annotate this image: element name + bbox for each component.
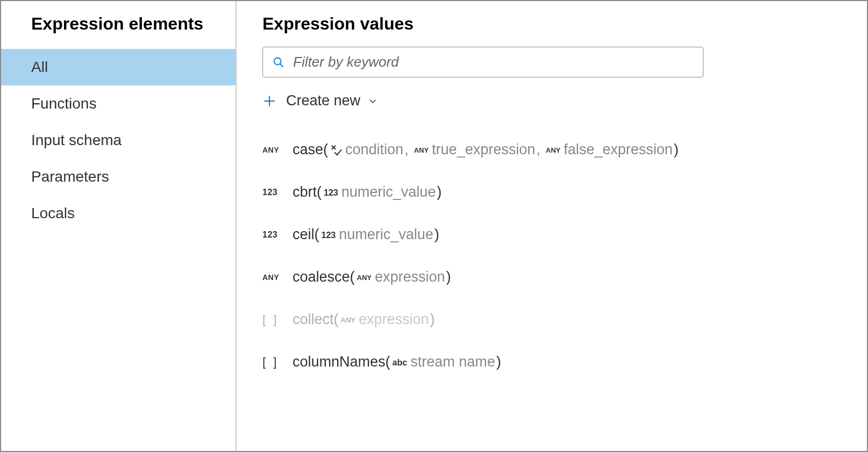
function-row-case[interactable]: ANYcase( condition,ANY true_expression,A… (262, 141, 841, 158)
sidebar-item-parameters[interactable]: Parameters (1, 159, 236, 195)
return-type: 123 (262, 188, 293, 197)
create-new-button[interactable]: Create new (262, 92, 841, 109)
type-boolean-icon (330, 144, 342, 156)
return-type: [ ] (262, 313, 293, 327)
function-name: columnNames (293, 354, 386, 370)
search-box[interactable] (262, 47, 703, 77)
plus-icon (262, 94, 276, 108)
type-array-icon: [ ] (262, 355, 279, 369)
return-type: ANY (262, 146, 293, 154)
function-list: ANYcase( condition,ANY true_expression,A… (262, 141, 841, 370)
function-signature: cbrt(123 numeric_value) (293, 184, 442, 200)
function-row-cbrt[interactable]: 123cbrt(123 numeric_value) (262, 184, 841, 200)
function-row-coalesce[interactable]: ANYcoalesce(ANY expression) (262, 269, 841, 285)
function-name: coalesce (293, 269, 350, 285)
svg-line-1 (280, 63, 283, 67)
return-type: [ ] (262, 355, 293, 369)
function-row-columnNames[interactable]: [ ]columnNames(abc stream name) (262, 354, 841, 370)
function-signature: coalesce(ANY expression) (293, 269, 451, 285)
sidebar: Expression elements AllFunctionsInput sc… (1, 1, 237, 451)
param-name: expression (359, 311, 429, 328)
sidebar-item-all[interactable]: All (1, 49, 236, 85)
create-new-label: Create new (286, 92, 360, 109)
svg-point-0 (274, 58, 281, 64)
type-number-icon: 123 (322, 231, 336, 240)
param-name: numeric_value (339, 226, 433, 243)
function-signature: case( condition,ANY true_expression,ANY … (293, 141, 679, 158)
type-any-icon: ANY (262, 146, 279, 154)
chevron-down-icon (368, 96, 378, 106)
sidebar-item-locals[interactable]: Locals (1, 195, 236, 232)
function-signature: columnNames(abc stream name) (293, 354, 501, 370)
sidebar-item-functions[interactable]: Functions (1, 85, 236, 122)
return-type: 123 (262, 230, 293, 240)
function-signature: ceil(123 numeric_value) (293, 226, 439, 243)
param-name: false_expression (564, 141, 673, 158)
function-name: case (293, 141, 323, 158)
function-name: collect (293, 311, 334, 328)
type-string-icon: abc (393, 358, 408, 368)
search-input[interactable] (293, 54, 693, 70)
param-name: numeric_value (341, 184, 436, 200)
type-number-icon: 123 (262, 230, 278, 240)
param-name: stream name (410, 354, 495, 370)
sidebar-title: Expression elements (1, 14, 236, 49)
param-name: expression (375, 269, 445, 285)
param-name: condition (345, 141, 403, 158)
type-number-icon: 123 (262, 188, 278, 197)
search-icon (273, 56, 284, 68)
type-any-icon: ANY (341, 316, 355, 324)
main-title: Expression values (262, 14, 841, 34)
return-type: ANY (262, 273, 293, 282)
param-name: true_expression (432, 141, 535, 158)
function-row-collect: [ ]collect(ANY expression) (262, 311, 841, 328)
function-name: ceil (293, 226, 315, 243)
function-signature: collect(ANY expression) (293, 311, 435, 328)
function-row-ceil[interactable]: 123ceil(123 numeric_value) (262, 226, 841, 243)
sidebar-item-input-schema[interactable]: Input schema (1, 122, 236, 159)
type-any-icon: ANY (357, 274, 372, 282)
type-any-icon: ANY (546, 146, 560, 154)
main-panel: Expression values Create new ANYcase( co… (237, 1, 867, 451)
type-array-icon: [ ] (262, 313, 279, 327)
function-name: cbrt (293, 184, 317, 200)
type-any-icon: ANY (262, 273, 279, 282)
type-any-icon: ANY (414, 146, 429, 154)
type-number-icon: 123 (324, 188, 338, 198)
